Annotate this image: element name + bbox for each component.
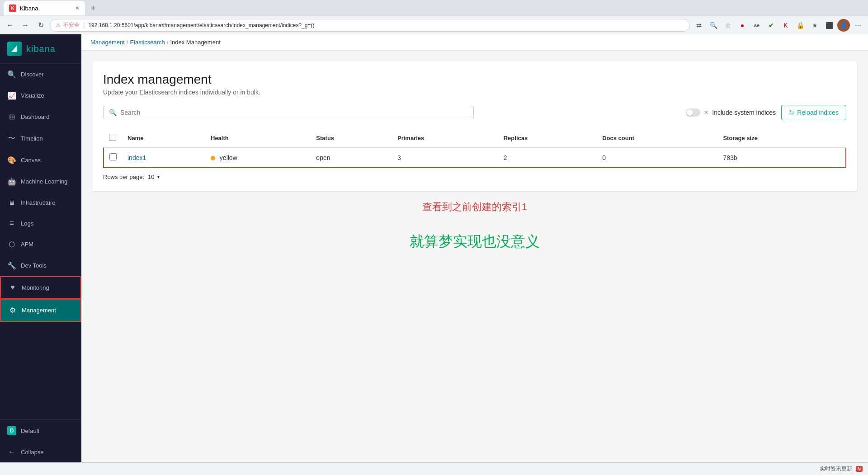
page-subtitle: Update your Elasticsearch indices indivi…: [103, 89, 846, 96]
sidebar-bottom: D Default ← Collapse: [0, 419, 81, 462]
sidebar-item-discover[interactable]: 🔍 Discover: [0, 64, 81, 85]
reload-icon: ↻: [789, 109, 794, 116]
sidebar-item-canvas[interactable]: 🎨 Canvas: [0, 150, 81, 171]
more-options-button[interactable]: ⋯: [852, 19, 864, 32]
reload-browser-button[interactable]: ↻: [34, 19, 47, 32]
translate-button[interactable]: ⇄: [693, 19, 705, 32]
toolbar-row: 🔍 ✕ Include system indices: [103, 105, 846, 120]
sidebar-item-label-logs: Logs: [21, 220, 33, 227]
timelion-icon: 〜: [7, 134, 16, 143]
annotation-index: 查看到之前创建的索引1: [92, 200, 857, 214]
sidebar-item-label-management: Management: [22, 307, 56, 314]
sidebar-item-machine-learning[interactable]: 🤖 Machine Learning: [0, 171, 81, 192]
main-content: Management / Elasticsearch / Index Manag…: [81, 34, 868, 462]
system-indices-toggle: ✕ Include system indices: [686, 108, 776, 117]
news-badge: N: [856, 466, 863, 472]
addon1-button[interactable]: ●: [736, 19, 749, 32]
row-name: index1: [122, 147, 205, 168]
forward-button[interactable]: →: [19, 19, 32, 32]
annotation-bottom: 就算梦实现也没意义: [92, 232, 857, 252]
sidebar-item-label-devtools: Dev Tools: [21, 262, 47, 269]
select-all-col: [104, 129, 122, 147]
kibana-logo-text: kibana: [26, 44, 56, 54]
rows-per-page-value: 10: [148, 174, 154, 180]
index-table: Name Health Status Primaries Replicas Do…: [103, 129, 846, 168]
row-status: open: [311, 147, 392, 168]
user-avatar[interactable]: 👤: [837, 19, 850, 32]
browser-tab[interactable]: K Kibana ✕: [4, 1, 85, 15]
col-status[interactable]: Status: [311, 129, 392, 147]
tab-close-button[interactable]: ✕: [75, 5, 80, 11]
row-checkbox[interactable]: [109, 153, 117, 160]
col-docs-count[interactable]: Docs count: [597, 129, 717, 147]
row-primaries: 3: [392, 147, 498, 168]
tab-icon: K: [9, 5, 16, 12]
sidebar-item-dev-tools[interactable]: 🔧 Dev Tools: [0, 255, 81, 276]
col-primaries[interactable]: Primaries: [392, 129, 498, 147]
breadcrumb-management[interactable]: Management: [90, 39, 125, 46]
col-name[interactable]: Name: [122, 129, 205, 147]
table-body: index1 yellow open 3 2 0 783b: [104, 147, 846, 168]
addon3-button[interactable]: ✔: [765, 19, 778, 32]
search-button[interactable]: 🔍: [707, 19, 720, 32]
row-replicas: 2: [498, 147, 597, 168]
new-tab-button[interactable]: +: [87, 2, 99, 14]
sidebar-item-timelion[interactable]: 〜 Timelion: [0, 127, 81, 150]
sidebar-item-management[interactable]: ⚙ Management: [0, 299, 81, 322]
default-icon: D: [7, 426, 16, 435]
back-button[interactable]: ←: [4, 19, 16, 32]
sidebar-item-label-apm: APM: [21, 241, 33, 248]
col-replicas[interactable]: Replicas: [498, 129, 597, 147]
browser-nav-icons: ⇄ 🔍 ☆ ● ae ✔ K 🔒 ★ ⬛ 👤 ⋯: [693, 19, 864, 32]
col-storage-size[interactable]: Storage size: [717, 129, 846, 147]
tab-title: Kibana: [20, 5, 38, 12]
addon7-button[interactable]: ⬛: [823, 19, 835, 32]
lock-icon: ⚠: [56, 22, 61, 28]
addon5-button[interactable]: 🔒: [794, 19, 807, 32]
row-docs-count: 0: [597, 147, 717, 168]
row-checkbox-col: [104, 147, 122, 168]
bottom-bar: 实时资讯更新 N: [0, 462, 868, 475]
col-health[interactable]: Health: [205, 129, 311, 147]
breadcrumb-elasticsearch[interactable]: Elasticsearch: [130, 39, 165, 46]
sidebar-item-infrastructure[interactable]: 🖥 Infrastructure: [0, 192, 81, 213]
sidebar-item-visualize[interactable]: 📈 Visualize: [0, 85, 81, 106]
reload-indices-button[interactable]: ↻ Reload indices: [781, 105, 846, 120]
search-icon: 🔍: [109, 109, 117, 116]
rows-per-page[interactable]: Rows per page: 10 ▾: [103, 174, 160, 180]
logs-icon: ≡: [7, 219, 16, 227]
toggle-knob: [687, 109, 693, 116]
star-button[interactable]: ☆: [722, 19, 734, 32]
addon4-button[interactable]: K: [779, 19, 792, 32]
address-prefix: 不安全: [63, 21, 80, 29]
sidebar-item-default[interactable]: D Default: [0, 420, 81, 442]
sidebar-item-label-visualize: Visualize: [21, 92, 44, 99]
addon2-button[interactable]: ae: [750, 19, 763, 32]
page-title: Index management: [103, 72, 846, 87]
infrastructure-icon: 🖥: [7, 198, 16, 207]
close-toggle-icon[interactable]: ✕: [704, 109, 708, 116]
sidebar-item-dashboard[interactable]: ⊞ Dashboard: [0, 106, 81, 127]
pagination: Rows per page: 10 ▾: [103, 168, 846, 180]
visualize-icon: 📈: [7, 91, 16, 100]
health-value: yellow: [220, 154, 237, 161]
row-storage-size: 783b: [717, 147, 846, 168]
sidebar-item-label-infra: Infrastructure: [21, 199, 56, 206]
select-all-checkbox[interactable]: [109, 134, 116, 141]
reload-button-label: Reload indices: [797, 109, 839, 116]
sidebar-item-logs[interactable]: ≡ Logs: [0, 213, 81, 234]
sidebar-item-collapse[interactable]: ← Collapse: [0, 442, 81, 462]
search-input[interactable]: [120, 109, 468, 116]
search-bar[interactable]: 🔍: [103, 106, 474, 119]
rows-per-page-label: Rows per page:: [103, 174, 144, 180]
address-bar[interactable]: ⚠ 不安全 | 192.168.1.20:5601/app/kibana#/ma…: [50, 19, 690, 32]
sidebar-item-monitoring[interactable]: ♥ Monitoring: [0, 276, 81, 299]
collapse-icon: ←: [7, 448, 16, 456]
table-header-row: Name Health Status Primaries Replicas Do…: [104, 129, 846, 147]
index-link[interactable]: index1: [127, 154, 146, 161]
sidebar-item-apm[interactable]: ⬡ APM: [0, 234, 81, 255]
addon6-button[interactable]: ★: [808, 19, 821, 32]
system-indices-toggle-switch[interactable]: [686, 108, 700, 117]
sidebar-logo: kibana: [0, 34, 81, 64]
sidebar-item-label-discover: Discover: [21, 71, 44, 78]
